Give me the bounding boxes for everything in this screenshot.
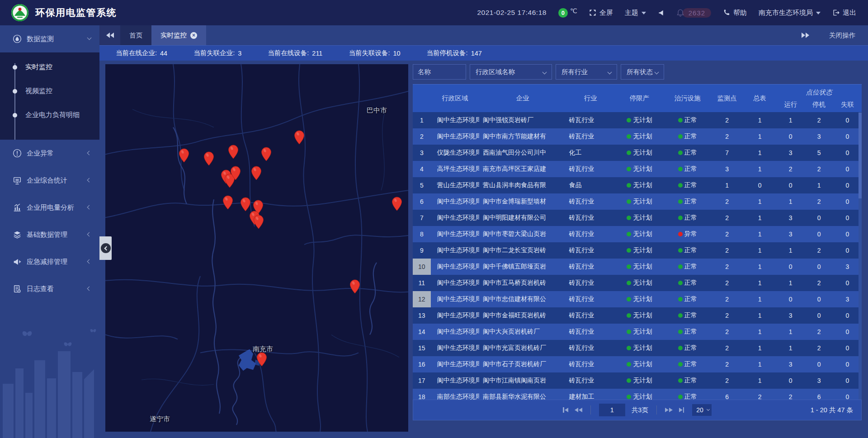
map-pin[interactable] — [228, 145, 238, 159]
map-pin[interactable] — [257, 352, 267, 367]
table-row[interactable]: 10阆中生态环境局阆中千佛镇五郎垭页岩砖瓦行业无计划正常21003 — [413, 259, 862, 275]
tab-label: 首页 — [129, 31, 142, 40]
tab-realtime-monitor[interactable]: 实时监控 — [151, 25, 206, 45]
sidebar-item-realtime-monitor[interactable]: 实时监控 — [0, 55, 99, 79]
name-filter-input[interactable] — [413, 64, 466, 80]
facility-status-label: 正常 — [684, 198, 697, 206]
status-dot-green-icon — [627, 118, 631, 122]
table-row[interactable]: 5营山生态环境局营山县润丰肉食品有限食品无计划正常10010 — [413, 177, 862, 193]
fullscreen-button[interactable]: 全屏 — [589, 9, 613, 17]
cell-stopped: 1 — [805, 177, 833, 193]
page-number-input[interactable] — [599, 404, 625, 416]
map-collapse-handle[interactable] — [99, 236, 112, 260]
map-pin[interactable] — [222, 195, 233, 210]
help-button[interactable]: 帮助 — [723, 9, 747, 17]
prev-page-button[interactable] — [575, 408, 582, 412]
map-pin[interactable] — [392, 197, 402, 211]
map-pin[interactable] — [350, 279, 360, 294]
map-pin[interactable] — [179, 148, 189, 163]
region-filter-select[interactable]: 行政区域名称 — [470, 64, 552, 80]
tabs-scroll-right-button[interactable] — [802, 33, 809, 38]
table-row[interactable]: 13阆中生态环境局阆中市金福旺页岩机砖砖瓦行业无计划正常21300 — [413, 307, 862, 324]
theme-menu[interactable]: 主题 — [625, 9, 646, 17]
table-row[interactable]: 2阆中生态环境局阆中市南方节能建材有砖瓦行业无计划正常21030 — [413, 128, 862, 145]
org-label: 南充市生态环境局 — [759, 9, 813, 17]
table-row[interactable]: 6阆中生态环境局阆中市金博瑞新型墙材砖瓦行业无计划正常21120 — [413, 193, 862, 210]
table-row[interactable]: 15阆中生态环境局阆中市光富页岩机砖厂砖瓦行业无计划正常21120 — [413, 340, 862, 356]
last-page-button[interactable] — [679, 407, 684, 413]
org-menu[interactable]: 南充市生态环境局 — [759, 9, 821, 17]
sidebar-group-basic-data[interactable]: 基础数据管理 — [0, 221, 99, 248]
sidebar-group-data-monitoring[interactable]: 数据监测 — [0, 25, 99, 52]
limit-status-label: 无计划 — [633, 377, 652, 385]
cell-total-meters: 1 — [743, 210, 776, 226]
table-header: 行政区域 企业 行业 停限产 治污设施 监测点 总表 点位状态 运行 停机 — [413, 84, 862, 112]
column-header-run: 运行 — [776, 97, 805, 112]
tabs-scroll-left-button[interactable] — [99, 25, 120, 45]
cell-stopped: 3 — [805, 128, 833, 145]
table-row[interactable]: 1阆中生态环境局阆中强锐页岩砖厂砖瓦行业无计划正常21120 — [413, 112, 862, 128]
sidebar-group-emergency-reduction[interactable]: 应急减排管理 — [0, 248, 99, 275]
map-pin[interactable] — [294, 130, 304, 145]
map-pin[interactable] — [261, 147, 272, 161]
map-pin[interactable] — [231, 166, 241, 180]
cell-total-meters: 1 — [743, 145, 776, 161]
cell-region: 阆中生态环境局 — [431, 128, 479, 145]
table-row[interactable]: 17阆中生态环境局阆中市江南镇阆南页岩砖瓦行业无计划正常21030 — [413, 372, 862, 389]
map-panel[interactable]: 巴中市南充市遂宁市 — [105, 64, 408, 432]
cell-company: 阆中强锐页岩砖厂 — [479, 112, 566, 128]
cell-lost: 0 — [833, 389, 862, 400]
sidebar-group-power-analysis[interactable]: 企业用电量分析 — [0, 194, 99, 221]
close-operations-button[interactable]: 关闭操作 — [829, 31, 855, 40]
limit-status-label: 无计划 — [633, 311, 652, 320]
page-size-select[interactable]: 20 — [692, 404, 712, 416]
table-row[interactable]: 12阆中生态环境局阆中市忠信建材有限公砖瓦行业无计划正常21003 — [413, 291, 862, 307]
map-pin[interactable] — [254, 215, 264, 229]
cell-index: 14 — [413, 324, 431, 340]
status-dot-green-icon — [678, 134, 683, 139]
table-row[interactable]: 14阆中生态环境局阆中大兴页岩机砖厂砖瓦行业无计划正常21120 — [413, 324, 862, 340]
sidebar-item-power-load-detail[interactable]: 企业电力负荷明细 — [0, 103, 99, 127]
enterprise-table-panel: 行政区域名称 所有行业 所有状态 行政区域 — [413, 64, 862, 420]
cell-company: 阆中市忠信建材有限公 — [479, 291, 566, 307]
first-page-button[interactable] — [563, 407, 568, 413]
stat-stopped-devices: 当前停机设备:147 — [427, 49, 482, 57]
status-filter-select[interactable]: 所有状态 — [621, 64, 664, 80]
cell-total-meters: 1 — [743, 259, 776, 275]
enterprise-table: 行政区域 企业 行业 停限产 治污设施 监测点 总表 点位状态 运行 停机 — [413, 84, 862, 400]
sidebar-group-log-view[interactable]: 日志查看 — [0, 275, 99, 302]
sidebar-group-enterprise-abnormal[interactable]: 企业异常 — [0, 140, 99, 167]
cell-region: 阆中生态环境局 — [431, 210, 479, 226]
map-city-label: 巴中市 — [367, 106, 387, 115]
mute-button[interactable] — [658, 9, 665, 16]
scrollbar-thumb[interactable] — [859, 113, 862, 198]
table-row[interactable]: 3仪陇生态环境局西南油气田分公司川中化工无计划正常71350 — [413, 145, 862, 161]
table-scrollbar[interactable] — [859, 113, 862, 400]
table-row[interactable]: 11阆中生态环境局阆中市五马桥页岩机砖砖瓦行业无计划正常21120 — [413, 275, 862, 291]
table-row[interactable]: 18南部生态环境局南部县新华水泥有限公建材加工无计划正常62260 — [413, 389, 862, 400]
table-row[interactable]: 8阆中生态环境局阆中市枣碧大梁山页岩砖瓦行业无计划异常21300 — [413, 226, 862, 242]
table-row[interactable]: 7阆中生态环境局阆中明阳建材有限公司砖瓦行业无计划正常21300 — [413, 210, 862, 226]
logout-button[interactable]: 退出 — [832, 9, 856, 17]
status-dot-green-icon — [678, 199, 683, 204]
sidebar-item-video-monitor[interactable]: 视频监控 — [0, 79, 99, 103]
tab-close-icon[interactable] — [190, 32, 197, 39]
facility-status-label: 正常 — [684, 214, 697, 222]
notifications-button[interactable]: 2632 — [676, 8, 711, 18]
stat-label: 当前失联设备: — [349, 49, 390, 57]
table-row[interactable]: 16阆中生态环境局阆中市石子页岩机砖厂砖瓦行业无计划正常21300 — [413, 356, 862, 372]
total-pages-label: 共3页 — [632, 406, 648, 414]
next-page-button[interactable] — [665, 408, 673, 412]
limit-status-label: 无计划 — [633, 246, 652, 254]
map-pin[interactable] — [251, 166, 262, 180]
status-dot-green-icon — [627, 362, 631, 367]
tab-home[interactable]: 首页 — [120, 25, 151, 45]
map-pin[interactable] — [204, 151, 214, 166]
sidebar-group-enterprise-statistics[interactable]: 企业综合统计 — [0, 167, 99, 194]
table-row[interactable]: 9阆中生态环境局阆中市二龙长宝页岩砖砖瓦行业无计划正常21120 — [413, 242, 862, 259]
table-row[interactable]: 4高坪生态环境局南充市高坪区王家店建砖瓦行业无计划正常31220 — [413, 161, 862, 177]
cell-stopped: 0 — [805, 307, 833, 324]
cell-index: 11 — [413, 275, 431, 291]
map-pin[interactable] — [241, 197, 251, 211]
industry-filter-select[interactable]: 所有行业 — [556, 64, 617, 80]
